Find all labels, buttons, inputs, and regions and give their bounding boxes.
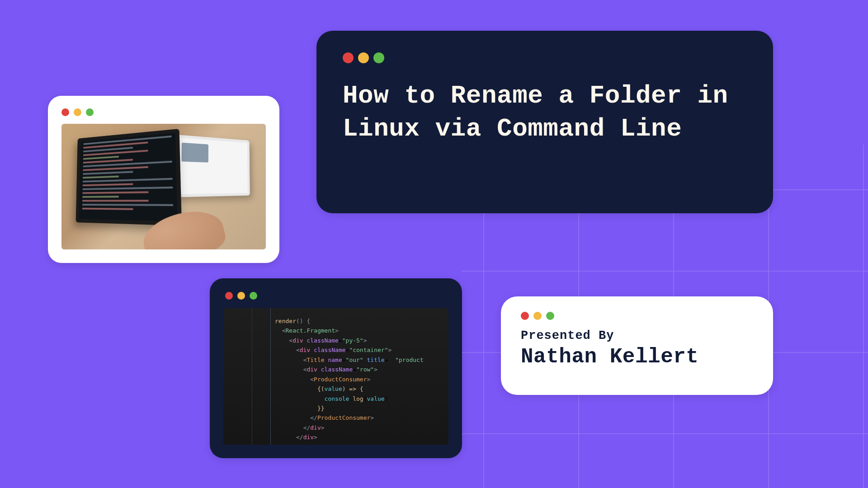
presenter-name: Nathan Kellert (521, 345, 753, 369)
slide-title: How to Rename a Folder in Linux via Comm… (343, 80, 747, 145)
traffic-green-icon (373, 52, 384, 63)
traffic-yellow-icon (358, 52, 369, 63)
traffic-yellow-icon (533, 312, 542, 320)
traffic-green-icon (250, 292, 257, 300)
traffic-lights-icon (61, 108, 94, 116)
traffic-green-icon (86, 108, 94, 116)
presented-by-label: Presented By (521, 329, 753, 343)
presenter-window: Presented By Nathan Kellert (501, 296, 773, 395)
traffic-yellow-icon (237, 292, 245, 300)
photo-window-laptops (48, 96, 279, 263)
photo-code-editor: render() { <React.Fragment> <div classNa… (223, 308, 448, 445)
traffic-red-icon (343, 52, 354, 63)
traffic-lights-icon (521, 312, 753, 320)
traffic-lights-icon (225, 292, 257, 300)
traffic-lights-icon (343, 52, 747, 63)
title-window: How to Rename a Folder in Linux via Comm… (316, 31, 773, 213)
photo-window-code: render() { <React.Fragment> <div classNa… (210, 278, 462, 458)
traffic-red-icon (61, 108, 69, 116)
traffic-yellow-icon (74, 108, 81, 116)
traffic-green-icon (546, 312, 554, 320)
traffic-red-icon (225, 292, 233, 300)
photo-laptops (61, 124, 266, 249)
traffic-red-icon (521, 312, 529, 320)
code-snippet: render() { <React.Fragment> <div classNa… (275, 316, 424, 445)
